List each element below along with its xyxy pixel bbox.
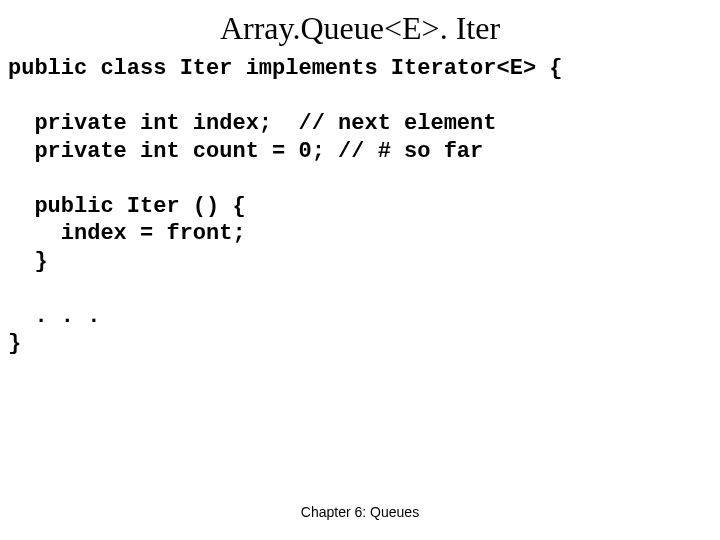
code-line: private int count = 0; // # so far: [8, 139, 483, 164]
code-block: public class Iter implements Iterator<E>…: [0, 55, 720, 358]
code-line: }: [8, 331, 21, 356]
code-line: . . .: [8, 304, 100, 329]
code-line: public class Iter implements Iterator<E>…: [8, 56, 563, 81]
slide-title: Array.Queue<E>. Iter: [0, 10, 720, 47]
code-line: index = front;: [8, 221, 246, 246]
code-line: public Iter () {: [8, 194, 246, 219]
code-line: }: [8, 249, 48, 274]
slide-footer: Chapter 6: Queues: [0, 504, 720, 520]
code-line: private int index; // next element: [8, 111, 496, 136]
slide: Array.Queue<E>. Iter public class Iter i…: [0, 0, 720, 540]
